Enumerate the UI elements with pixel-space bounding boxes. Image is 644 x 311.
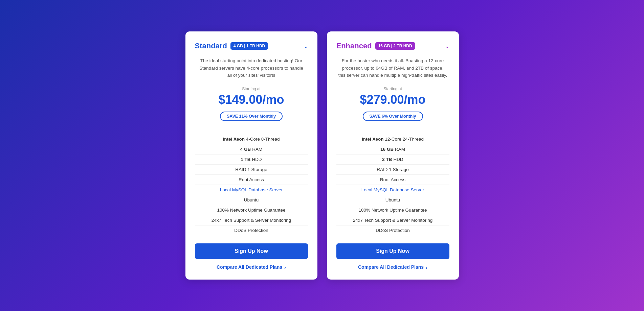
save-badge: SAVE 6% Over Monthly bbox=[363, 112, 423, 121]
feature-item: Root Access bbox=[195, 175, 308, 185]
feature-item: Intel Xeon 12-Core 24-Thread bbox=[336, 134, 449, 144]
card-description: The ideal starting point into dedicated … bbox=[195, 57, 308, 79]
feature-list: Intel Xeon 4-Core 8-Thread 4 GB RAM 1 TB… bbox=[195, 134, 308, 235]
chevron-down-icon[interactable]: ⌄ bbox=[304, 43, 308, 49]
feature-list: Intel Xeon 12-Core 24-Thread 16 GB RAM 2… bbox=[336, 134, 449, 235]
feature-item: 2 TB HDD bbox=[336, 154, 449, 165]
card-header: Standard 4 GB | 1 TB HDD ⌄ bbox=[195, 42, 308, 50]
feature-item: Ubuntu bbox=[336, 195, 449, 205]
card-title: Standard bbox=[195, 42, 227, 50]
card-price: $149.00/mo bbox=[195, 93, 308, 107]
arrow-right-icon: › bbox=[426, 264, 427, 270]
chevron-down-icon[interactable]: ⌄ bbox=[445, 43, 449, 49]
compare-plans-link[interactable]: Compare All Dedicated Plans › bbox=[195, 264, 308, 270]
card-header: Enhanced 16 GB | 2 TB HDD ⌄ bbox=[336, 42, 449, 50]
feature-item: 100% Network Uptime Guarantee bbox=[195, 205, 308, 215]
feature-item: Local MySQL Database Server bbox=[336, 185, 449, 195]
pricing-card-enhanced: Enhanced 16 GB | 2 TB HDD ⌄ For the host… bbox=[327, 31, 459, 280]
card-description: For the hoster who needs it all. Boastin… bbox=[336, 57, 449, 79]
compare-plans-link[interactable]: Compare All Dedicated Plans › bbox=[336, 264, 449, 270]
card-title-group: Enhanced 16 GB | 2 TB HDD bbox=[336, 42, 415, 50]
feature-item: Intel Xeon 4-Core 8-Thread bbox=[195, 134, 308, 144]
feature-item: RAID 1 Storage bbox=[195, 165, 308, 175]
card-badge: 4 GB | 1 TB HDD bbox=[230, 42, 268, 50]
feature-item: Root Access bbox=[336, 175, 449, 185]
card-title-group: Standard 4 GB | 1 TB HDD bbox=[195, 42, 268, 50]
card-badge: 16 GB | 2 TB HDD bbox=[375, 42, 415, 50]
save-badge: SAVE 11% Over Monthly bbox=[220, 112, 283, 121]
compare-plans-label: Compare All Dedicated Plans bbox=[217, 264, 282, 270]
feature-item: 24x7 Tech Support & Server Monitoring bbox=[336, 215, 449, 225]
starting-at-label: Starting at bbox=[195, 87, 308, 91]
divider bbox=[195, 128, 308, 128]
feature-item: Ubuntu bbox=[195, 195, 308, 205]
card-price: $279.00/mo bbox=[336, 93, 449, 107]
pricing-card-standard: Standard 4 GB | 1 TB HDD ⌄ The ideal sta… bbox=[185, 31, 317, 280]
feature-item: Local MySQL Database Server bbox=[195, 185, 308, 195]
feature-item: 16 GB RAM bbox=[336, 144, 449, 154]
card-title: Enhanced bbox=[336, 42, 372, 50]
feature-item: 24x7 Tech Support & Server Monitoring bbox=[195, 215, 308, 225]
starting-at-label: Starting at bbox=[336, 87, 449, 91]
compare-plans-label: Compare All Dedicated Plans bbox=[358, 264, 424, 270]
pricing-cards-container: Standard 4 GB | 1 TB HDD ⌄ The ideal sta… bbox=[185, 31, 459, 280]
signup-button[interactable]: Sign Up Now bbox=[195, 243, 308, 259]
divider bbox=[336, 128, 449, 128]
feature-item: 4 GB RAM bbox=[195, 144, 308, 154]
signup-button[interactable]: Sign Up Now bbox=[336, 243, 449, 259]
feature-item: DDoS Protection bbox=[195, 225, 308, 235]
feature-item: DDoS Protection bbox=[336, 225, 449, 235]
arrow-right-icon: › bbox=[284, 264, 286, 270]
feature-item: 1 TB HDD bbox=[195, 154, 308, 165]
feature-item: 100% Network Uptime Guarantee bbox=[336, 205, 449, 215]
feature-item: RAID 1 Storage bbox=[336, 165, 449, 175]
